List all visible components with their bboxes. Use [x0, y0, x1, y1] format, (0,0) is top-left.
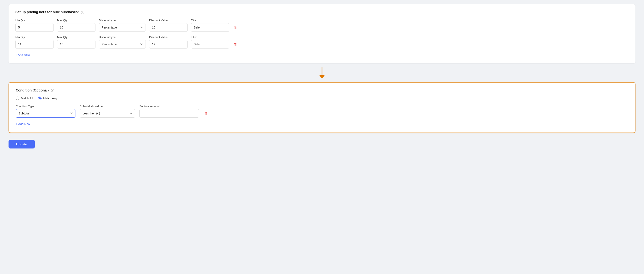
max-qty-label-1: Max Qty: [57, 19, 96, 22]
max-qty-group-1: Max Qty: [57, 19, 96, 32]
condition-title-text: Condition (Optional) [16, 89, 49, 92]
discount-value-input-2[interactable] [149, 40, 188, 48]
pricing-card-title: Set up pricing tiers for bulk purchases:… [15, 10, 629, 14]
min-qty-label-2: Min Qty: [15, 35, 54, 39]
discount-type-label-2: Discount type: [99, 35, 146, 39]
delete-tier-2-button[interactable]: 🗑 [233, 41, 238, 48]
delete-condition-button[interactable]: 🗑 [203, 110, 209, 118]
discount-type-group-2: Discount type: Percentage Fixed [99, 35, 146, 48]
max-qty-group-2: Max Qty: [57, 35, 96, 48]
arrow-head [320, 75, 324, 79]
title-group-2: Title: [191, 35, 229, 48]
pricing-add-new-label: + Add New [15, 53, 30, 57]
pricing-add-new-button[interactable]: + Add New [15, 52, 30, 57]
update-button-label: Update [16, 142, 27, 146]
match-all-radio[interactable] [16, 97, 19, 100]
trash-icon-condition: 🗑 [204, 112, 208, 116]
trash-icon-1: 🗑 [234, 25, 238, 30]
title-label-2: Title: [191, 35, 229, 39]
condition-add-new-label: + Add New [16, 122, 30, 126]
match-all-option[interactable]: Match All [16, 97, 33, 100]
discount-value-label-2: Discount Value: [149, 35, 188, 39]
condition-type-group: Condition Type: Subtotal Product Count I… [16, 105, 76, 118]
pricing-info-icon[interactable]: i [81, 11, 84, 14]
match-row: Match All Match Any [16, 97, 628, 100]
max-qty-input-1[interactable] [57, 23, 96, 32]
tier-row-1: Min Qty: Max Qty: Discount type: Percent… [15, 19, 629, 32]
discount-type-group-1: Discount type: Percentage Fixed [99, 19, 146, 32]
max-qty-label-2: Max Qty: [57, 35, 96, 39]
delete-tier-1-button[interactable]: 🗑 [233, 24, 238, 32]
discount-type-label-1: Discount type: [99, 19, 146, 22]
subtotal-amount-label: Subtotal Amount: [139, 105, 199, 108]
condition-card-title: Condition (Optional) i [16, 89, 628, 92]
max-qty-input-2[interactable] [57, 40, 96, 48]
subtotal-amount-group: Subtotal Amount: [139, 105, 199, 118]
arrow-down [320, 67, 324, 79]
update-button[interactable]: Update [8, 140, 35, 148]
condition-type-label: Condition Type: [16, 105, 76, 108]
min-qty-label-1: Min Qty: [15, 19, 54, 22]
tier-row-2: Min Qty: Max Qty: Discount type: Percent… [15, 35, 629, 48]
condition-fields-row: Condition Type: Subtotal Product Count I… [16, 105, 628, 118]
discount-type-select-2[interactable]: Percentage Fixed [99, 40, 146, 48]
title-input-2[interactable] [191, 40, 229, 48]
subtotal-should-be-label: Subtotal should be: [80, 105, 135, 108]
condition-add-new-button[interactable]: + Add New [16, 122, 30, 127]
discount-value-label-1: Discount Value: [149, 19, 188, 22]
match-any-label: Match Any [43, 97, 57, 100]
subtotal-should-be-group: Subtotal should be: Less then (<) Greate… [80, 105, 135, 118]
min-qty-input-2[interactable] [15, 40, 54, 48]
discount-type-select-1[interactable]: Percentage Fixed [99, 23, 146, 32]
condition-info-icon[interactable]: i [51, 89, 54, 92]
footer-section: Update [8, 138, 636, 148]
min-qty-group-2: Min Qty: [15, 35, 54, 48]
match-all-label: Match All [21, 97, 33, 100]
title-label-1: Title: [191, 19, 229, 22]
title-input-1[interactable] [191, 23, 229, 32]
match-any-radio[interactable] [38, 97, 42, 100]
pricing-title-text: Set up pricing tiers for bulk purchases: [15, 10, 79, 14]
min-qty-input-1[interactable] [15, 23, 54, 32]
discount-value-input-1[interactable] [149, 23, 188, 32]
arrow-shaft [322, 67, 322, 75]
title-group-1: Title: [191, 19, 229, 32]
subtotal-should-be-select[interactable]: Less then (<) Greater then (>) Equal to … [80, 109, 135, 118]
min-qty-group-1: Min Qty: [15, 19, 54, 32]
discount-value-group-1: Discount Value: [149, 19, 188, 32]
discount-value-group-2: Discount Value: [149, 35, 188, 48]
trash-icon-2: 🗑 [234, 42, 238, 47]
subtotal-amount-input[interactable] [139, 109, 199, 118]
match-any-option[interactable]: Match Any [38, 97, 57, 100]
condition-card: Condition (Optional) i Match All Match A… [8, 82, 636, 133]
condition-type-select[interactable]: Subtotal Product Count Item Count [16, 109, 76, 118]
pricing-tiers-card: Set up pricing tiers for bulk purchases:… [8, 4, 636, 63]
arrow-connector [8, 63, 636, 82]
